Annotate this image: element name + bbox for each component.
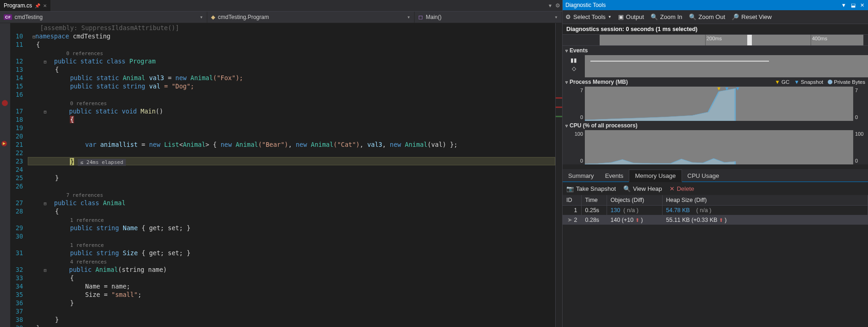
gear-icon: ⚙ — [565, 13, 571, 20]
csharp-icon: C# — [4, 14, 12, 20]
minimap[interactable] — [555, 23, 562, 327]
window-dropdown-icon[interactable]: ▼ — [840, 2, 847, 8]
tab-events[interactable]: Events — [600, 170, 629, 182]
code-area[interactable]: 10 11 12 13 14 15 16 17 18 19 20 21 22 2… — [0, 23, 562, 327]
gc-marker: ▼ — [716, 87, 721, 91]
timeline-ruler[interactable]: 200ms 400ms — [563, 35, 868, 46]
close-icon[interactable]: ✕ — [859, 2, 865, 8]
camera-icon: 📷 — [566, 185, 574, 192]
current-line-arrow-icon — [1, 140, 8, 148]
timeline-tick: 400ms — [811, 35, 827, 45]
reset-icon: 🔎 — [732, 13, 739, 20]
zoom-out-icon: 🔍 — [689, 13, 696, 20]
nav-bar: C# cmdTesting ▼ ◆ cmdTesting.Program ▼ ◻… — [0, 12, 562, 23]
increase-icon: ⬆ — [719, 217, 723, 223]
cpu-chart[interactable] — [585, 130, 853, 164]
snapshot-toolbar: 📷 Take Snapshot 🔍 View Heap ✕ Delete — [563, 182, 868, 195]
timeline-tick: 200ms — [705, 35, 722, 45]
close-tab-icon[interactable]: ✕ — [43, 3, 47, 8]
current-row-icon: ➤ — [567, 217, 572, 223]
zoom-in-icon: 🔍 — [651, 13, 658, 20]
class-icon: ◆ — [211, 14, 215, 20]
collapse-icon: ▿ — [565, 80, 568, 85]
table-row[interactable]: 1 0.25s 130 ( n/a ) 54.78 KB ( n/a ) — [563, 206, 868, 215]
view-heap-button[interactable]: 🔍 View Heap — [623, 185, 662, 192]
file-tab-bar: Program.cs 📌 ✕ ▾ ⚙ — [0, 0, 562, 12]
chevron-down-icon: ▼ — [554, 15, 558, 19]
pin-icon[interactable]: 📌 — [35, 3, 40, 8]
svg-marker-2 — [585, 158, 735, 164]
line-number-gutter: 10 11 12 13 14 15 16 17 18 19 20 21 22 2… — [10, 23, 28, 327]
code-content[interactable]: [assembly: SuppressIldasmAttribute()] ⊟n… — [28, 23, 555, 327]
memory-chart[interactable]: ▼ ▼ ▼ — [585, 87, 853, 121]
events-chart[interactable] — [585, 55, 868, 77]
snapshot-marker: ▼ — [725, 87, 730, 91]
intellitrace-event-icon: ◇ — [570, 65, 577, 72]
zoom-in-button[interactable]: 🔍 Zoom In — [651, 13, 682, 20]
collapse-icon: ▿ — [565, 48, 568, 53]
reset-view-button[interactable]: 🔎 Reset View — [732, 13, 772, 20]
chevron-down-icon: ▼ — [407, 15, 410, 19]
increase-icon: ⬆ — [635, 217, 639, 223]
table-row[interactable]: ➤ 2 0.28s 140 (+10 ⬆ ) 55.11 KB (+0.33 K… — [563, 215, 868, 225]
snapshot-table: ID Time Objects (Diff) Heap Size (Diff) … — [563, 195, 868, 225]
tab-memory-usage[interactable]: Memory Usage — [629, 170, 682, 182]
tab-settings-icon[interactable]: ⚙ — [555, 2, 560, 9]
tab-cpu-usage[interactable]: CPU Usage — [682, 170, 725, 182]
nav-class[interactable]: ◆ cmdTesting.Program ▼ — [207, 12, 415, 23]
file-tab-label: Program.cs — [4, 2, 32, 9]
breakpoint-marker[interactable] — [2, 100, 8, 106]
breakpoint-event-icon: ▮▮ — [570, 57, 577, 63]
diag-title-text: Diagnostic Tools — [565, 2, 606, 8]
tab-overflow-icon[interactable]: ▾ — [549, 2, 552, 9]
snapshot-marker: ▼ — [735, 87, 740, 91]
snapshot-marker-icon: ▼ — [794, 79, 799, 85]
diagnostic-tools-pane: Diagnostic Tools ▼ ⬓ ✕ ⚙ Select Tools ▼ … — [562, 0, 868, 327]
gc-marker-icon: ▼ — [775, 79, 780, 85]
cpu-header[interactable]: ▿ CPU (% of all processors) — [563, 121, 868, 130]
memory-header[interactable]: ▿ Process Memory (MB) ▼GC ▼Snapshot Priv… — [563, 77, 868, 87]
col-id[interactable]: ID — [563, 195, 581, 206]
col-time[interactable]: Time — [581, 195, 607, 206]
nav-class-label: cmdTesting.Program — [218, 14, 269, 20]
search-icon: 🔍 — [623, 185, 631, 192]
events-header[interactable]: ▿ Events — [563, 46, 868, 55]
method-icon: ◻ — [418, 14, 423, 20]
editor-pane: Program.cs 📌 ✕ ▾ ⚙ C# cmdTesting ▼ ◆ cmd… — [0, 0, 562, 327]
nav-method[interactable]: ◻ Main() ▼ — [415, 12, 562, 23]
nav-scope-label: cmdTesting — [15, 14, 43, 20]
nav-scope[interactable]: C# cmdTesting ▼ — [0, 12, 207, 23]
session-info: Diagnostics session: 0 seconds (1 ms sel… — [563, 24, 868, 35]
tab-summary[interactable]: Summary — [563, 170, 600, 182]
svg-marker-1 — [585, 88, 735, 121]
col-objects[interactable]: Objects (Diff) — [607, 195, 662, 206]
breakpoint-gutter[interactable] — [0, 23, 10, 327]
timeline-cursor[interactable] — [747, 35, 752, 45]
file-tab-program[interactable]: Program.cs 📌 ✕ — [0, 0, 50, 11]
result-tabs: Summary Events Memory Usage CPU Usage — [563, 169, 868, 182]
diag-toolbar: ⚙ Select Tools ▼ ▣ Output 🔍 Zoom In 🔍 Zo… — [563, 10, 868, 24]
output-button[interactable]: ▣ Output — [618, 13, 644, 20]
elapsed-badge: ≤ 24ms elapsed — [78, 159, 126, 166]
nav-method-label: Main() — [426, 14, 441, 20]
close-icon: ✕ — [670, 185, 675, 192]
pin-icon[interactable]: ⬓ — [850, 2, 856, 8]
chevron-down-icon: ▼ — [199, 15, 203, 19]
zoom-out-button[interactable]: 🔍 Zoom Out — [689, 13, 725, 20]
private-bytes-marker-icon — [828, 80, 832, 84]
col-heap[interactable]: Heap Size (Diff) — [662, 195, 868, 206]
output-icon: ▣ — [618, 13, 624, 20]
collapse-icon: ▿ — [565, 123, 568, 128]
diag-title-bar: Diagnostic Tools ▼ ⬓ ✕ — [563, 0, 868, 10]
select-tools-button[interactable]: ⚙ Select Tools ▼ — [565, 13, 612, 20]
delete-button[interactable]: ✕ Delete — [670, 185, 694, 192]
take-snapshot-button[interactable]: 📷 Take Snapshot — [566, 185, 616, 192]
